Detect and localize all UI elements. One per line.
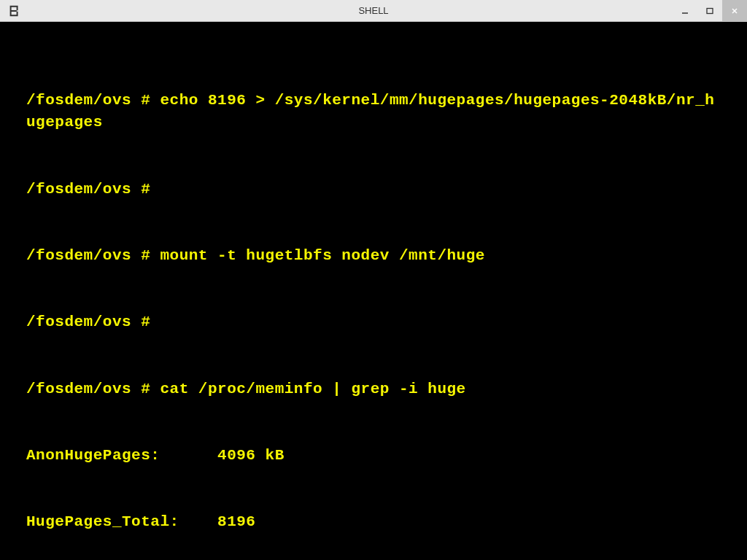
terminal-line: AnonHugePages: 4096 kB <box>26 445 721 467</box>
terminal-output[interactable]: /fosdem/ovs # echo 8196 > /sys/kernel/mm… <box>0 22 747 560</box>
close-button[interactable] <box>722 0 747 21</box>
maximize-button[interactable] <box>697 0 722 21</box>
terminal-line: /fosdem/ovs # mount -t hugetlbfs nodev /… <box>26 245 721 267</box>
svg-rect-1 <box>707 8 713 13</box>
app-icon <box>7 4 22 18</box>
terminal-line: /fosdem/ovs # cat /proc/meminfo | grep -… <box>26 378 721 400</box>
window-controls <box>673 0 747 21</box>
window-title: SHELL <box>358 5 388 16</box>
terminal-line: HugePages_Total: 8196 <box>26 511 721 533</box>
terminal-line: /fosdem/ovs # <box>26 311 721 333</box>
terminal-line: /fosdem/ovs # echo 8196 > /sys/kernel/mm… <box>26 90 721 134</box>
titlebar: SHELL <box>0 0 747 22</box>
terminal-line: /fosdem/ovs # <box>26 179 721 201</box>
minimize-button[interactable] <box>673 0 697 21</box>
